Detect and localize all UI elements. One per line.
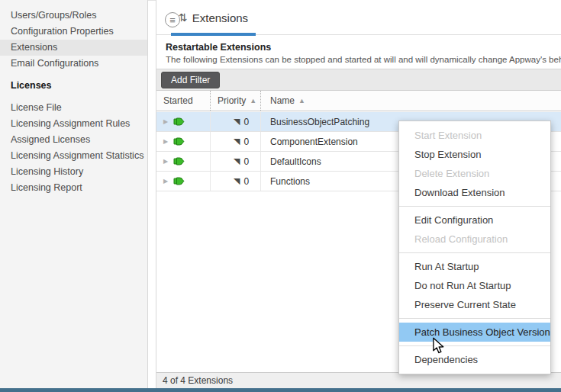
expand-row-icon[interactable]: ▶ xyxy=(163,118,168,125)
sidebar-item-licensing-history[interactable]: Licensing History xyxy=(0,164,147,180)
table-header: Started Priority ▲ Name ▲ xyxy=(156,91,561,111)
row-count: 4 of 4 Extensions xyxy=(163,375,233,386)
extension-started-icon xyxy=(173,117,185,127)
page-title: Restartable Extensions xyxy=(166,42,271,53)
menu-item-edit-configuration[interactable]: Edit Configuration xyxy=(399,210,550,230)
filter-toolbar: Add Filter xyxy=(156,69,561,91)
sort-ascending-icon: ▲ xyxy=(250,97,256,104)
menu-item-patch-business-object-version[interactable]: Patch Business Object Version xyxy=(399,323,550,342)
priority-value: 0 xyxy=(243,176,249,187)
priority-value: 0 xyxy=(243,156,249,167)
sidebar-item-licensing-assignment-rules[interactable]: Licensing Assignment Rules xyxy=(0,116,147,132)
priority-icon: ◥ xyxy=(234,117,240,126)
expand-row-icon[interactable]: ▶ xyxy=(163,178,168,185)
sidebar-section-licenses: Licenses xyxy=(0,78,147,94)
column-header-started[interactable]: Started xyxy=(156,91,210,111)
tab-bar: ≡ ⇅ Extensions xyxy=(156,0,561,35)
table-footer: 4 of 4 Extensions xyxy=(156,372,561,388)
add-filter-button[interactable]: Add Filter xyxy=(161,72,220,88)
page-description: The following Extensions can be stopped … xyxy=(166,55,561,64)
expand-row-icon[interactable]: ▶ xyxy=(163,158,168,165)
column-label: Priority xyxy=(218,95,246,106)
context-menu: Start Extension Stop Extension Delete Ex… xyxy=(398,120,551,374)
column-header-priority[interactable]: Priority ▲ xyxy=(210,91,260,111)
menu-item-download-extension[interactable]: Download Extension xyxy=(399,183,550,202)
sidebar-item-users-groups-roles[interactable]: Users/Groups/Roles xyxy=(0,8,147,24)
extension-started-icon xyxy=(173,156,185,166)
tab-extensions[interactable]: ⇅ Extensions xyxy=(171,0,256,35)
sidebar-item-assigned-licenses[interactable]: Assigned Licenses xyxy=(0,132,147,148)
sidebar-item-configuration-properties[interactable]: Configuration Properties xyxy=(0,24,147,40)
window-bottom-edge xyxy=(0,388,561,392)
menu-separator xyxy=(399,345,550,346)
admin-console-screen: Users/Groups/Roles Configuration Propert… xyxy=(0,0,561,392)
priority-value: 0 xyxy=(243,137,249,147)
menu-item-dependencies[interactable]: Dependencies xyxy=(399,350,550,369)
menu-separator xyxy=(399,318,550,319)
sidebar-item-licensing-report[interactable]: Licensing Report xyxy=(0,180,147,196)
menu-item-reload-configuration: Reload Configuration xyxy=(399,230,550,249)
menu-separator xyxy=(399,206,550,207)
menu-item-preserve-current-state[interactable]: Preserve Current State xyxy=(399,295,550,314)
menu-separator xyxy=(399,252,550,253)
sort-ascending-icon: ▲ xyxy=(298,97,305,104)
menu-item-do-not-run-at-startup[interactable]: Do not Run At Startup xyxy=(399,276,550,295)
sidebar-item-license-file[interactable]: License File xyxy=(0,100,147,116)
sidebar-item-extensions[interactable]: Extensions xyxy=(0,40,147,56)
extension-started-icon xyxy=(173,137,185,146)
column-header-name[interactable]: Name ▲ xyxy=(260,91,561,111)
tab-label: Extensions xyxy=(192,11,248,24)
menu-item-stop-extension[interactable]: Stop Extension xyxy=(399,145,550,164)
sidebar-item-email-configurations[interactable]: Email Configurations xyxy=(0,56,147,72)
menu-item-start-extension: Start Extension xyxy=(399,126,550,145)
restart-icon: ⇅ xyxy=(179,11,188,24)
priority-value: 0 xyxy=(243,117,249,127)
priority-icon: ◥ xyxy=(234,137,240,146)
column-label: Name xyxy=(270,95,295,106)
mouse-cursor xyxy=(432,337,444,354)
sidebar-item-licensing-assignment-statistics[interactable]: Licensing Assignment Statistics xyxy=(0,148,147,164)
expand-row-icon[interactable]: ▶ xyxy=(163,138,168,145)
extension-started-icon xyxy=(173,176,185,186)
priority-icon: ◥ xyxy=(234,177,240,185)
menu-item-run-at-startup[interactable]: Run At Startup xyxy=(399,257,550,276)
menu-item-delete-extension: Delete Extension xyxy=(399,164,550,183)
priority-icon: ◥ xyxy=(234,157,240,165)
sidebar: Users/Groups/Roles Configuration Propert… xyxy=(0,0,148,388)
